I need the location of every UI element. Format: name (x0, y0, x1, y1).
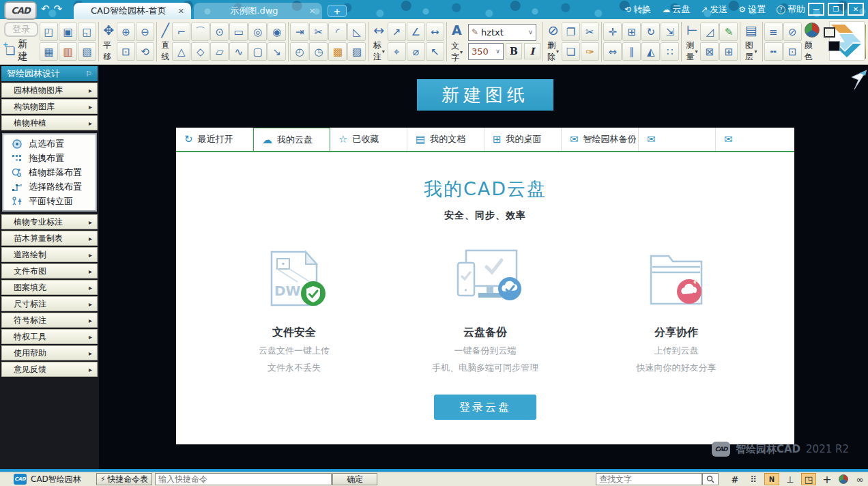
raster-image-button[interactable]: ▨ (347, 42, 366, 61)
match-properties-button[interactable]: ✑ (581, 42, 599, 61)
tab-recent[interactable]: ↻最近打开 (176, 128, 253, 151)
break-point-button[interactable]: ◴ (290, 42, 308, 61)
annotate-pen-button[interactable]: ✎ (719, 23, 738, 41)
rectangle-button[interactable]: ▭ (229, 23, 248, 41)
mirror-button[interactable]: ◭ (641, 42, 660, 61)
sidebar-item-help[interactable]: 使用帮助▸ (1, 345, 98, 360)
tab-home[interactable]: CAD智绘园林-首页 ✕ (74, 3, 191, 19)
font-select[interactable]: ✎ hztxt ∨ (468, 24, 536, 41)
polyline-button[interactable]: ⌐ (172, 23, 190, 41)
send-button[interactable]: ↗发送 (701, 3, 727, 16)
extend-button[interactable]: ⇥ (290, 23, 308, 41)
text-tool[interactable]: A 文字▾ (448, 20, 465, 63)
trim-button[interactable]: ✂ (309, 23, 328, 41)
scale-ruler-button[interactable]: ◿ (700, 23, 719, 41)
rotate-button[interactable]: ↻ (641, 23, 660, 41)
tab-drawing[interactable]: 示例图.dwg ✕ (194, 3, 322, 19)
sidebar-item-feedback[interactable]: 意见反馈▸ (1, 362, 98, 377)
bold-button[interactable]: B (506, 43, 522, 59)
tab-my-desktop[interactable]: ⊞我的桌面 (484, 128, 562, 151)
open-button[interactable]: ◰ (40, 23, 58, 41)
image-export-button[interactable]: ▧ (78, 42, 96, 61)
ortho-toggle[interactable]: ⊥ (783, 473, 798, 485)
confirm-button[interactable]: 确定 (332, 473, 377, 485)
search-button[interactable] (702, 473, 719, 485)
tab-extra-2[interactable]: ✉ (716, 128, 793, 151)
rounded-rectangle-button[interactable]: ▢ (248, 42, 267, 61)
save-button[interactable]: ▣ (59, 23, 77, 41)
array-button[interactable]: ∷ (661, 42, 679, 61)
shortcut-command-button[interactable]: ⚡ 快捷命令表 (96, 473, 152, 485)
sidebar-item-plant-annotation[interactable]: 植物专业标注▸ (1, 214, 98, 229)
cut-clip-button[interactable]: ✂ (581, 23, 599, 41)
sidebar-item-pattern-fill[interactable]: 图案填充▸ (1, 280, 98, 295)
sidebar-header[interactable]: 智绘园林设计 ⚐ (1, 66, 98, 81)
command-input[interactable] (155, 473, 332, 485)
crosshair-toggle[interactable]: + (820, 473, 835, 485)
maximize-button[interactable]: ❐ (828, 3, 844, 16)
hatch-button[interactable]: ▩ (328, 42, 347, 61)
submenu-item-plan-to-elevation[interactable]: 平面转立面 (5, 194, 94, 208)
submenu-item-cluster-place[interactable]: 植物群落布置 (5, 165, 94, 180)
linear-dim-button[interactable]: ↔ (426, 23, 444, 41)
submenu-item-drag-place[interactable]: 拖拽布置 (5, 151, 94, 165)
window-zoom-button[interactable]: ⊡ (783, 42, 802, 61)
zoom-in-button[interactable]: ⊕ (117, 23, 135, 41)
sidebar-item-file-layout[interactable]: 文件布图▸ (1, 263, 98, 278)
drawing-canvas[interactable]: 新建图纸 ↻最近打开 ☁我的云盘 ☆已收藏 ▤我的文档 ⊞我的桌面 ✉智绘园林备… (99, 66, 868, 469)
arrow-line-button[interactable]: ↘ (267, 42, 286, 61)
minimize-button[interactable]: — (808, 3, 824, 16)
lineweight-button[interactable]: ≡ (764, 23, 783, 41)
submenu-item-point-select[interactable]: 点选布置 (5, 137, 94, 151)
pin-icon[interactable]: ⚐ (85, 70, 92, 78)
parallelogram-button[interactable]: ▱ (210, 42, 229, 61)
color-tool[interactable]: 颜色 (802, 20, 822, 63)
convert-button[interactable]: ⟲转换 (624, 3, 651, 16)
inscribed-polygon-button[interactable]: ◇ (191, 42, 209, 61)
flatten-button[interactable]: ⊘ (783, 23, 802, 41)
export-table-button[interactable]: ⊞ (719, 42, 738, 61)
close-icon[interactable]: ✕ (178, 7, 184, 16)
fillet-button[interactable]: ◜ (328, 23, 347, 41)
new-drawing-button[interactable]: +❏ 新建 (4, 37, 38, 64)
leader-button[interactable]: ↖ (426, 42, 444, 61)
sidebar-item-dimension[interactable]: 尺寸标注▸ (1, 296, 98, 311)
line-tool[interactable]: ╱ 直线 (158, 20, 172, 63)
arc-button[interactable]: ⌒ (191, 23, 209, 41)
sidebar-item-privilege-tools[interactable]: 特权工具▸ (1, 329, 98, 344)
radius-dim-button[interactable]: ⌀ (407, 42, 425, 61)
erase-tool[interactable]: ⊘ 删除▾ (545, 20, 562, 63)
text-size-select[interactable]: 350 ∨ (468, 43, 504, 60)
help-button[interactable]: ?帮助 (777, 3, 805, 16)
polygon-button[interactable]: △ (172, 42, 190, 61)
ellipse-button[interactable]: ◎ (248, 23, 267, 41)
cloud-login-button[interactable]: 登录云盘 (434, 395, 536, 420)
find-text-input[interactable] (596, 473, 702, 485)
color-settings-toggle[interactable] (836, 473, 851, 485)
zoom-window-button[interactable]: ⊡ (117, 42, 135, 61)
stretch-button[interactable]: ⇔ (603, 42, 622, 61)
italic-button[interactable]: I (524, 43, 540, 59)
layers-tool[interactable]: ▤ 图层▾ (742, 20, 760, 63)
paste-clip-button[interactable]: ❏ (562, 42, 580, 61)
cloud-button[interactable]: ☁云盘 (662, 3, 690, 16)
copy-clip-button[interactable]: ❐ (562, 23, 580, 41)
chamfer-button[interactable]: ◺ (347, 23, 366, 41)
tab-extra-1[interactable]: ✉ (639, 128, 716, 151)
circle-button[interactable]: ⊙ (210, 23, 229, 41)
copy-button[interactable]: ⊞ (622, 23, 641, 41)
tab-my-documents[interactable]: ▤我的文档 (407, 128, 484, 151)
donut-button[interactable]: ◉ (267, 23, 286, 41)
linetype-toggle[interactable]: ∞ (852, 473, 867, 485)
dynamic-input-toggle[interactable]: ◳ (801, 473, 816, 485)
zoom-previous-button[interactable]: ⟲ (136, 42, 154, 61)
tab-my-cloud[interactable]: ☁我的云盘 (253, 128, 330, 151)
settings-button[interactable]: ⚙设置 (738, 3, 766, 16)
save-as-button[interactable]: ◱ (78, 23, 96, 41)
color-swatches[interactable] (824, 23, 828, 60)
insert-frame-button[interactable]: ⊠ (700, 42, 719, 61)
sidebar-item-structure-library[interactable]: 构筑物图库▸ (1, 99, 98, 114)
zoom-out-button[interactable]: ⊖ (136, 23, 154, 41)
sidebar-item-planting[interactable]: 植物种植▸ (1, 115, 98, 130)
sidebar-item-road-drawing[interactable]: 道路绘制▸ (1, 247, 98, 262)
